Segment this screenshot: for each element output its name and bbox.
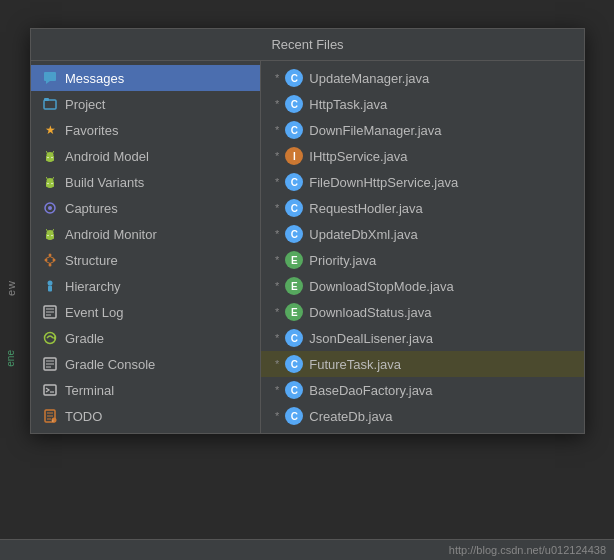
android-monitor-label: Android Monitor [65,227,157,242]
captures-label: Captures [65,201,118,216]
file-item-UpdateManager[interactable]: *CUpdateManager.java [261,65,584,91]
sidebar-item-gradle[interactable]: Gradle [31,325,260,351]
file-item-UpdateDbXml[interactable]: *CUpdateDbXml.java [261,221,584,247]
file-item-JsonDealLisener[interactable]: *CJsonDealLisener.java [261,325,584,351]
svg-line-31 [46,257,50,259]
modified-dot: * [275,124,279,136]
bottom-bar: http://blog.csdn.net/u012124438 [0,539,614,560]
svg-point-6 [47,157,48,158]
sidebar-item-structure[interactable]: Structure [31,247,260,273]
svg-rect-36 [48,286,52,292]
android-model-icon [41,147,59,165]
side-label-ene: ene [5,350,16,367]
file-type-icon: C [285,329,303,347]
svg-point-28 [45,259,48,262]
sidebar-item-todo[interactable]: iTODO [31,403,260,429]
svg-point-22 [47,235,48,236]
sidebar-item-build-variants[interactable]: Build Variants [31,169,260,195]
modified-dot: * [275,202,279,214]
svg-point-23 [51,235,52,236]
file-type-icon: C [285,95,303,113]
gradle-console-icon [41,355,59,373]
modified-dot: * [275,384,279,396]
modified-dot: * [275,332,279,344]
file-label: HttpTask.java [309,97,387,112]
modified-dot: * [275,254,279,266]
popup-title: Recent Files [31,29,584,61]
svg-text:i: i [53,418,54,423]
file-item-DownloadStopMode[interactable]: *EDownloadStopMode.java [261,273,584,299]
file-type-icon: C [285,121,303,139]
svg-line-34 [50,262,54,264]
sidebar-item-captures[interactable]: Captures [31,195,260,221]
svg-point-7 [51,157,52,158]
file-item-DownloadStatus[interactable]: *EDownloadStatus.java [261,299,584,325]
sidebar-item-project[interactable]: Project [31,91,260,117]
hierarchy-label: Hierarchy [65,279,121,294]
file-label: IHttpService.java [309,149,407,164]
sidebar-item-hierarchy[interactable]: Hierarchy [31,273,260,299]
file-label: FutureTask.java [309,357,401,372]
svg-marker-42 [53,336,55,340]
terminal-icon [41,381,59,399]
hierarchy-icon [41,277,59,295]
right-panel: *CUpdateManager.java*CHttpTask.java*CDow… [261,61,584,433]
build-variants-label: Build Variants [65,175,144,190]
file-item-HttpTask[interactable]: *CHttpTask.java [261,91,584,117]
file-type-icon: C [285,225,303,243]
file-item-CreateDb[interactable]: *CCreateDb.java [261,403,584,429]
file-type-icon: C [285,381,303,399]
svg-line-32 [50,257,54,259]
messages-label: Messages [65,71,124,86]
svg-rect-0 [44,72,56,81]
svg-point-35 [48,281,53,286]
file-item-Priority[interactable]: *EPriority.java [261,247,584,273]
sidebar-item-android-model[interactable]: Android Model [31,143,260,169]
sidebar-item-messages[interactable]: Messages [31,65,260,91]
sidebar-item-event-log[interactable]: Event Log [31,299,260,325]
file-type-icon: C [285,173,303,191]
file-label: RequestHodler.java [309,201,422,216]
modified-dot: * [275,98,279,110]
file-label: Priority.java [309,253,376,268]
svg-point-30 [49,264,52,267]
android-model-label: Android Model [65,149,149,164]
svg-rect-3 [44,98,49,101]
file-item-FutureTask[interactable]: *CFutureTask.java [261,351,584,377]
todo-icon: i [41,407,59,425]
file-label: UpdateDbXml.java [309,227,417,242]
event-log-icon [41,303,59,321]
file-item-BaseDaoFactory[interactable]: *CBaseDaoFactory.java [261,377,584,403]
svg-point-13 [47,183,48,184]
sidebar-item-gradle-console[interactable]: Gradle Console [31,351,260,377]
svg-rect-2 [44,100,56,109]
svg-point-27 [49,254,52,257]
svg-line-33 [46,262,50,264]
file-type-icon: E [285,277,303,295]
recent-files-popup: Recent Files MessagesProject★Favorites A… [30,28,585,434]
svg-marker-1 [46,81,50,84]
file-type-icon: E [285,251,303,269]
captures-icon [41,199,59,217]
svg-point-29 [53,259,56,262]
file-item-IHttpService[interactable]: *IIHttpService.java [261,143,584,169]
file-type-icon: C [285,69,303,87]
project-icon [41,95,59,113]
file-item-DownFileManager[interactable]: *CDownFileManager.java [261,117,584,143]
event-log-label: Event Log [65,305,124,320]
structure-icon [41,251,59,269]
sidebar-item-android-monitor[interactable]: Android Monitor [31,221,260,247]
file-item-RequestHodler[interactable]: *CRequestHodler.java [261,195,584,221]
structure-label: Structure [65,253,118,268]
gradle-label: Gradle [65,331,104,346]
file-type-icon: C [285,199,303,217]
modified-dot: * [275,150,279,162]
sidebar-item-terminal[interactable]: Terminal [31,377,260,403]
build-variants-icon [41,173,59,191]
terminal-label: Terminal [65,383,114,398]
favorites-label: Favorites [65,123,118,138]
sidebar-item-favorites[interactable]: ★Favorites [31,117,260,143]
popup-body: MessagesProject★Favorites Android Model … [31,61,584,433]
file-item-FileDownHttpService[interactable]: *CFileDownHttpService.java [261,169,584,195]
gradle-console-label: Gradle Console [65,357,155,372]
